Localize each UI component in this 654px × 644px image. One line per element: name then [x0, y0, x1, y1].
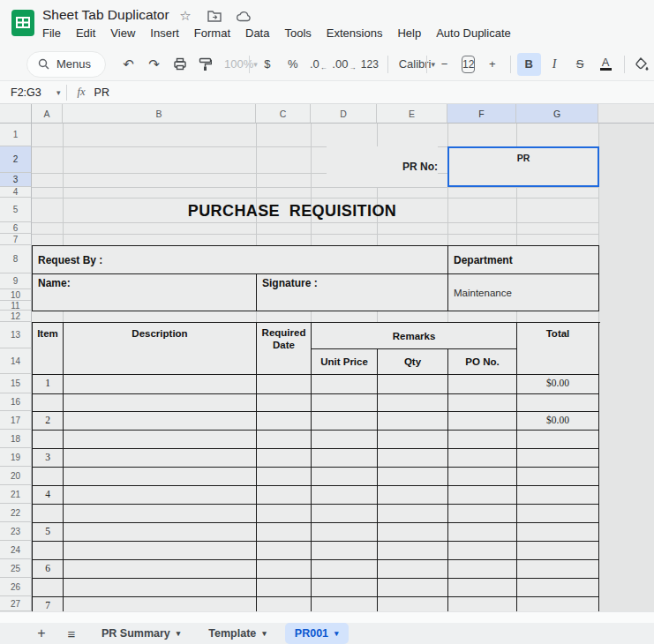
table-cell[interactable] — [64, 560, 257, 579]
table-cell[interactable] — [448, 579, 517, 597]
table-cell[interactable] — [257, 505, 312, 523]
menu-item-data[interactable]: Data — [245, 26, 269, 40]
items-header-qty[interactable]: Qty — [378, 349, 448, 375]
increase-font-size-button[interactable]: + — [480, 53, 504, 76]
total-cell[interactable] — [517, 579, 599, 597]
table-cell[interactable] — [378, 394, 448, 412]
items-header-description[interactable]: Description — [64, 323, 257, 375]
sheet-tab-template[interactable]: Template▾ — [199, 623, 275, 644]
row-header-19[interactable]: 19 — [0, 448, 32, 467]
table-cell[interactable] — [448, 431, 517, 449]
menu-item-file[interactable]: File — [42, 26, 61, 40]
department-value-cell[interactable]: Maintenance — [447, 273, 599, 311]
menu-item-tools[interactable]: Tools — [284, 26, 311, 40]
percent-format-button[interactable]: % — [281, 53, 304, 76]
row-header-9[interactable]: 9 — [0, 273, 32, 289]
column-header-a[interactable]: A — [32, 104, 63, 124]
total-cell[interactable]: $0.00 — [517, 412, 599, 431]
table-cell[interactable] — [312, 394, 378, 412]
table-cell[interactable] — [257, 375, 312, 394]
table-cell[interactable] — [378, 412, 448, 431]
decrease-font-size-button[interactable]: − — [432, 53, 456, 76]
number-format-button[interactable]: 123 — [357, 53, 381, 76]
table-cell[interactable] — [257, 579, 312, 597]
form-title[interactable]: PURCHASE REQUISITION — [32, 197, 553, 225]
table-cell[interactable] — [448, 412, 517, 431]
items-header-required-date[interactable]: Required Date — [257, 323, 312, 375]
chevron-down-icon[interactable]: ▾ — [56, 88, 61, 97]
table-cell[interactable] — [64, 394, 257, 412]
font-select[interactable]: Calibri ▾ — [395, 53, 420, 76]
signature-cell[interactable]: Signature : — [256, 273, 448, 311]
table-cell[interactable] — [312, 449, 378, 468]
table-cell[interactable] — [378, 579, 448, 597]
pr-no-label[interactable]: PR No: — [327, 146, 438, 187]
table-cell[interactable] — [448, 449, 517, 468]
items-header-total[interactable]: Total — [517, 323, 599, 375]
column-header-e[interactable]: E — [377, 104, 447, 124]
table-cell[interactable] — [312, 597, 378, 611]
table-cell[interactable] — [257, 394, 312, 412]
row-header-26[interactable]: 26 — [0, 578, 32, 596]
name-box-cell-ref[interactable]: F2:G3 — [11, 86, 56, 99]
total-cell[interactable] — [517, 394, 599, 412]
add-sheet-button[interactable]: + — [32, 625, 51, 641]
table-cell[interactable] — [257, 597, 312, 611]
move-folder-icon[interactable] — [207, 8, 222, 24]
pr-number-cell-selected[interactable]: PR — [447, 146, 599, 187]
table-cell[interactable] — [257, 542, 312, 560]
text-color-button[interactable]: A — [594, 53, 618, 76]
row-header-7[interactable]: 7 — [0, 234, 32, 245]
department-header-cell[interactable]: Department — [447, 245, 599, 274]
column-header-d[interactable]: D — [311, 104, 377, 124]
menu-item-view[interactable]: View — [110, 26, 135, 40]
table-cell[interactable] — [312, 486, 378, 505]
table-cell[interactable] — [312, 523, 378, 542]
table-cell[interactable] — [64, 542, 257, 560]
table-cell[interactable] — [378, 523, 448, 542]
table-cell[interactable] — [312, 505, 378, 523]
table-cell[interactable] — [257, 412, 312, 431]
request-by-cell[interactable]: Request By : — [32, 245, 448, 274]
total-cell[interactable] — [517, 560, 599, 579]
column-header-f[interactable]: F — [447, 104, 516, 124]
chevron-down-icon[interactable]: ▾ — [177, 629, 181, 638]
table-cell[interactable] — [378, 449, 448, 468]
sheet-tab-pr001[interactable]: PR001▾ — [285, 623, 349, 644]
row-header-13[interactable]: 13 — [0, 322, 32, 348]
table-cell[interactable] — [64, 597, 257, 611]
sheets-logo-icon[interactable] — [11, 8, 35, 38]
row-header-10[interactable]: 10 — [0, 289, 32, 301]
table-cell[interactable] — [448, 560, 517, 579]
menu-item-edit[interactable]: Edit — [76, 26, 95, 40]
table-cell[interactable] — [257, 560, 312, 579]
menu-item-auto-duplicate[interactable]: Auto Duplicate — [436, 26, 511, 40]
redo-button[interactable]: ↷ — [142, 53, 166, 76]
menu-item-insert[interactable]: Insert — [150, 26, 179, 40]
total-cell[interactable] — [517, 505, 599, 523]
item-number-cell[interactable] — [33, 542, 64, 560]
column-header-b[interactable]: B — [63, 104, 256, 124]
menus-search-button[interactable]: Menus — [26, 51, 106, 78]
total-cell[interactable] — [517, 431, 599, 449]
table-cell[interactable] — [312, 412, 378, 431]
table-cell[interactable] — [448, 486, 517, 505]
items-header-unit-price[interactable]: Unit Price — [312, 349, 378, 375]
item-number-cell[interactable]: 4 — [33, 486, 64, 505]
table-cell[interactable] — [257, 486, 312, 505]
table-cell[interactable] — [312, 375, 378, 394]
row-header-18[interactable]: 18 — [0, 430, 32, 448]
column-header-c[interactable]: C — [256, 104, 311, 124]
table-cell[interactable] — [378, 486, 448, 505]
item-number-cell[interactable]: 6 — [33, 560, 64, 579]
item-number-cell[interactable] — [33, 468, 64, 486]
table-cell[interactable] — [64, 579, 257, 597]
item-number-cell[interactable] — [33, 505, 64, 523]
menu-item-format[interactable]: Format — [194, 26, 230, 40]
decrease-decimal-button[interactable]: .0← — [306, 53, 330, 76]
table-cell[interactable] — [64, 412, 257, 431]
paint-format-button[interactable] — [193, 53, 217, 76]
table-cell[interactable] — [312, 579, 378, 597]
row-header-20[interactable]: 20 — [0, 467, 32, 485]
table-cell[interactable] — [257, 431, 312, 449]
